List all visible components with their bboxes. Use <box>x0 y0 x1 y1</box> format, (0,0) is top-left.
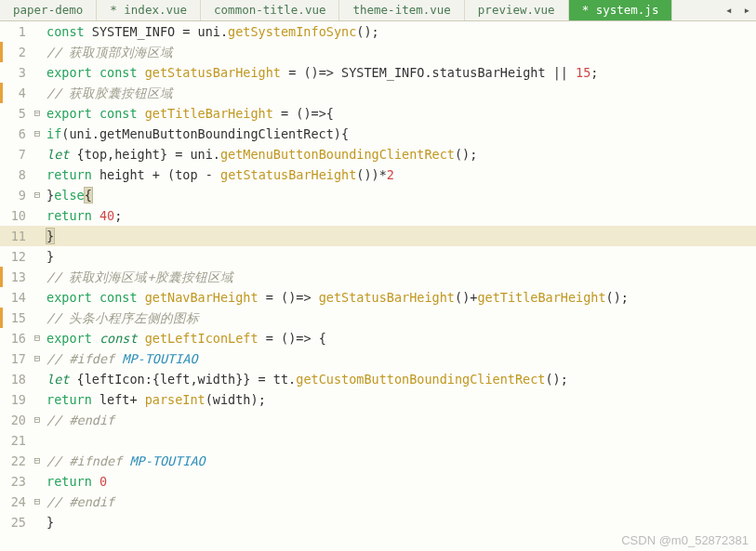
code-text[interactable] <box>43 430 756 451</box>
line-number: 17 <box>0 348 32 369</box>
code-line[interactable]: 5⊟export const getTitleBarHeight = ()=>{ <box>0 103 756 124</box>
code-line[interactable]: 23 return 0 <box>0 471 756 492</box>
tab-paper-demo[interactable]: paper-demo <box>0 0 97 20</box>
tab-index-vue[interactable]: * index.vue <box>97 0 201 20</box>
code-line[interactable]: 10 return 40; <box>0 205 756 226</box>
fold-icon <box>32 42 43 62</box>
code-text[interactable]: export const getStatusBarHeight = ()=> S… <box>43 62 756 83</box>
line-number: 16 <box>0 328 32 348</box>
code-text[interactable]: export const getNavBarHeight = ()=> getS… <box>43 287 756 308</box>
tab-theme-item-vue[interactable]: theme-item.vue <box>339 0 464 20</box>
fold-icon[interactable]: ⊟ <box>32 348 43 369</box>
code-line[interactable]: 25} <box>0 512 756 532</box>
code-text[interactable]: }else{ <box>43 185 756 205</box>
fold-icon <box>32 287 43 308</box>
code-text[interactable]: // 获取胶囊按钮区域 <box>43 83 756 103</box>
code-text[interactable]: // #ifndef MP-TOUTIAO <box>43 451 756 471</box>
line-number: 4 <box>0 83 32 103</box>
code-text[interactable]: export const getLeftIconLeft = ()=> { <box>43 328 756 348</box>
line-number: 8 <box>0 164 32 185</box>
line-number: 23 <box>0 471 32 492</box>
code-line[interactable]: 18 let {leftIcon:{left,width}} = tt.getC… <box>0 369 756 389</box>
code-text[interactable]: } <box>43 246 756 267</box>
fold-icon <box>32 430 43 451</box>
tab-common-title-vue[interactable]: common-title.vue <box>201 0 339 20</box>
code-text[interactable]: } <box>43 226 756 246</box>
code-text[interactable]: let {top,height} = uni.getMenuButtonBoun… <box>43 144 756 164</box>
code-line[interactable]: 2// 获取顶部刘海区域 <box>0 42 756 62</box>
code-text[interactable]: return 0 <box>43 471 756 492</box>
code-editor[interactable]: 1const SYSTEM_INFO = uni.getSystemInfoSy… <box>0 21 756 532</box>
fold-icon[interactable]: ⊟ <box>32 328 43 348</box>
line-number: 21 <box>0 430 32 451</box>
code-text[interactable]: // 获取顶部刘海区域 <box>43 42 756 62</box>
code-line[interactable]: 15// 头条小程序左侧的图标 <box>0 308 756 328</box>
fold-icon[interactable]: ⊟ <box>32 492 43 512</box>
code-line[interactable]: 16⊟export const getLeftIconLeft = ()=> { <box>0 328 756 348</box>
fold-icon[interactable]: ⊟ <box>32 103 43 124</box>
fold-icon <box>32 512 43 532</box>
fold-icon[interactable]: ⊟ <box>32 410 43 430</box>
line-number: 1 <box>0 21 32 42</box>
fold-icon <box>32 205 43 226</box>
line-number: 10 <box>0 205 32 226</box>
code-line[interactable]: 3export const getStatusBarHeight = ()=> … <box>0 62 756 83</box>
fold-icon[interactable]: ⊟ <box>32 451 43 471</box>
code-text[interactable]: if(uni.getMenuButtonBoundingClientRect){ <box>43 124 756 144</box>
code-line[interactable]: 11 } <box>0 226 756 246</box>
code-text[interactable]: // 获取刘海区域+胶囊按钮区域 <box>43 267 756 287</box>
fold-icon <box>32 246 43 267</box>
code-text[interactable]: let {leftIcon:{left,width}} = tt.getCust… <box>43 369 756 389</box>
code-line[interactable]: 7 let {top,height} = uni.getMenuButtonBo… <box>0 144 756 164</box>
fold-icon[interactable]: ⊟ <box>32 124 43 144</box>
code-line[interactable]: 17⊟ // #ifdef MP-TOUTIAO <box>0 348 756 369</box>
code-line[interactable]: 6⊟ if(uni.getMenuButtonBoundingClientRec… <box>0 124 756 144</box>
code-line[interactable]: 1const SYSTEM_INFO = uni.getSystemInfoSy… <box>0 21 756 42</box>
code-text[interactable]: // 头条小程序左侧的图标 <box>43 308 756 328</box>
fold-icon[interactable]: ⊟ <box>32 185 43 205</box>
code-line[interactable]: 24⊟ // #endif <box>0 492 756 512</box>
code-line[interactable]: 4// 获取胶囊按钮区域 <box>0 83 756 103</box>
code-line[interactable]: 20⊟ // #endif <box>0 410 756 430</box>
fold-icon <box>32 21 43 42</box>
line-number: 7 <box>0 144 32 164</box>
code-text[interactable]: export const getTitleBarHeight = ()=>{ <box>43 103 756 124</box>
line-number: 3 <box>0 62 32 83</box>
code-line[interactable]: 9⊟ }else{ <box>0 185 756 205</box>
fold-icon <box>32 389 43 410</box>
fold-icon <box>32 83 43 103</box>
code-line[interactable]: 22⊟ // #ifndef MP-TOUTIAO <box>0 451 756 471</box>
tab-scroll-left-icon[interactable]: ◂ <box>720 0 738 20</box>
line-number: 9 <box>0 185 32 205</box>
code-text[interactable]: return 40; <box>43 205 756 226</box>
code-line[interactable]: 19 return left+ parseInt(width); <box>0 389 756 410</box>
code-line[interactable]: 21 <box>0 430 756 451</box>
code-text[interactable]: } <box>43 512 756 532</box>
tab-preview-vue[interactable]: preview.vue <box>465 0 569 20</box>
code-text[interactable]: // #endif <box>43 410 756 430</box>
code-text[interactable]: return left+ parseInt(width); <box>43 389 756 410</box>
line-number: 15 <box>0 308 32 328</box>
line-number: 24 <box>0 492 32 512</box>
fold-icon <box>32 226 43 246</box>
code-line[interactable]: 12} <box>0 246 756 267</box>
fold-icon <box>32 471 43 492</box>
fold-icon <box>32 144 43 164</box>
fold-icon <box>32 62 43 83</box>
tab-system-js[interactable]: * system.js <box>569 0 673 20</box>
fold-icon <box>32 164 43 185</box>
line-number: 5 <box>0 103 32 124</box>
line-number: 18 <box>0 369 32 389</box>
fold-icon <box>32 369 43 389</box>
code-line[interactable]: 14export const getNavBarHeight = ()=> ge… <box>0 287 756 308</box>
line-number: 20 <box>0 410 32 430</box>
line-number: 6 <box>0 124 32 144</box>
code-line[interactable]: 13// 获取刘海区域+胶囊按钮区域 <box>0 267 756 287</box>
code-text[interactable]: // #endif <box>43 492 756 512</box>
code-text[interactable]: const SYSTEM_INFO = uni.getSystemInfoSyn… <box>43 21 756 42</box>
tab-scroll-right-icon[interactable]: ▸ <box>737 0 756 20</box>
code-line[interactable]: 8 return height + (top - getStatusBarHei… <box>0 164 756 185</box>
code-text[interactable]: return height + (top - getStatusBarHeigh… <box>43 164 756 185</box>
code-text[interactable]: // #ifdef MP-TOUTIAO <box>43 348 756 369</box>
line-number: 12 <box>0 246 32 267</box>
